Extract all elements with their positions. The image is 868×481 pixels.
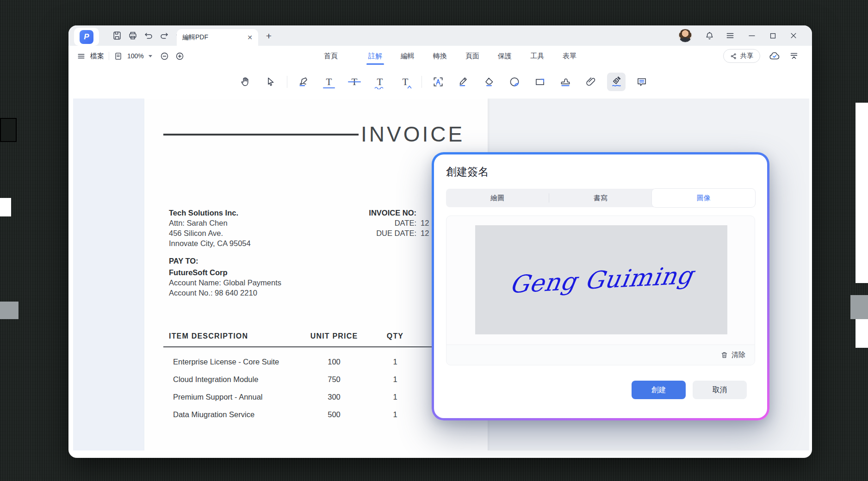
divider [287,76,287,88]
bill-to-street: 456 Silicon Ave. [169,228,251,238]
desktop-artifact [856,319,868,348]
desktop-artifact [0,302,19,319]
divider [422,76,422,88]
hand-tool-icon[interactable] [236,73,254,91]
menu-icon[interactable] [723,29,737,43]
undo-icon[interactable] [143,30,155,42]
clear-button[interactable]: 清除 [720,351,745,359]
comment-note-icon[interactable] [632,73,651,91]
clear-row: 清除 [446,345,755,365]
ribbon-tabs: 首頁 註解 編輯 轉換 頁面 保護 工具 表單 [324,46,577,66]
item-qty: 1 [372,375,418,384]
tab-image[interactable]: 圖像 [652,189,755,207]
select-cursor-icon[interactable] [261,73,280,91]
new-tab-icon[interactable]: + [262,29,276,43]
avatar[interactable] [678,29,692,43]
share-button[interactable]: 共享 [723,49,760,63]
invoice-title: INVOICE [361,122,465,147]
titlebar: P 編輯PDF ✕ + [68,25,812,46]
area-text-icon[interactable] [429,73,447,91]
redo-icon[interactable] [158,30,170,42]
divider [109,52,109,60]
bill-to-company: Tech Solutions Inc. [169,208,251,218]
attachment-icon[interactable] [582,73,600,91]
create-button[interactable]: 創建 [632,381,686,399]
desktop-artifact [0,198,11,216]
pencil-draw-icon[interactable] [454,73,473,91]
item-price: 100 [297,358,371,366]
app-window: P 編輯PDF ✕ + [68,25,812,458]
desktop-artifact [0,118,17,142]
stamp-icon[interactable] [556,73,575,91]
bill-to-attn: Attn: Sarah Chen [169,218,251,228]
page-thumbnail-icon[interactable] [114,52,123,61]
dialog-title: 創建簽名 [446,165,489,179]
item-price: 750 [297,375,371,384]
cloud-synced-icon[interactable] [769,50,781,62]
minimize-icon[interactable] [745,29,759,43]
file-menu[interactable]: 檔案 [90,52,104,61]
item-name: Data Miugration Service [173,410,254,419]
tab-annotate[interactable]: 註解 [368,52,382,61]
bill-to-block: Tech Solutions Inc. Attn: Sarah Chen 456… [169,208,251,248]
text-squiggly-icon[interactable]: T [371,73,389,91]
tab-edit[interactable]: 編輯 [401,52,415,61]
col-item-description: ITEM DESCRIPTION [169,332,248,340]
highlighter-icon[interactable] [294,73,313,91]
signature-icon[interactable] [607,73,626,91]
invoice-meta-block: INVOICE NO: DATE:12 DUE DATE:12 [347,208,429,238]
pay-to-company: FutureSoft Corp [169,267,281,278]
pay-to-heading: PAY TO: [169,256,281,266]
canvas-left-gutter [73,99,144,450]
invoice-title-rule [163,134,359,136]
col-qty: QTY [372,332,418,340]
date-value: 12 [421,218,429,228]
app-tile[interactable]: P [74,28,99,46]
item-qty: 1 [372,393,418,401]
bell-icon[interactable] [702,29,716,43]
tab-protect[interactable]: 保護 [498,52,512,61]
tab-forms[interactable]: 表單 [563,52,577,61]
document-tab[interactable]: 編輯PDF ✕ [177,29,258,46]
signature-panel: Geng Guiming 清除 [446,216,755,365]
text-strikethrough-icon[interactable]: T [345,73,364,91]
item-name: Cloud Integration Module [173,375,258,384]
zoom-in-icon[interactable] [175,51,185,61]
bill-to-city: Innovate City, CA 95054 [169,238,251,248]
tab-close-icon[interactable]: ✕ [247,34,253,41]
item-price: 500 [297,410,371,419]
tab-convert[interactable]: 轉換 [433,52,447,61]
signature-preview[interactable]: Geng Guiming [475,225,727,334]
desktop-artifact [850,295,868,319]
tab-tools[interactable]: 工具 [530,52,544,61]
tab-page[interactable]: 頁面 [465,52,479,61]
annotation-toolbar: T T T T [68,66,812,99]
ellipse-shape-icon[interactable] [505,73,524,91]
file-menu-icon[interactable] [77,52,86,61]
cancel-button[interactable]: 取消 [693,381,747,399]
maximize-icon[interactable] [766,29,780,43]
signature-image: Geng Guiming [508,261,695,298]
close-icon[interactable] [787,29,800,43]
collapse-toolbar-icon[interactable] [789,51,799,61]
desktop-artifact [856,103,868,283]
zoom-caret-icon[interactable] [149,55,152,57]
rectangle-shape-icon[interactable] [531,73,549,91]
print-icon[interactable] [127,30,139,42]
tab-write[interactable]: 書寫 [549,189,652,207]
item-qty: 1 [372,410,418,419]
item-name: Enterprise License - Core Suite [173,358,279,366]
create-signature-dialog: 創建簽名 繪圖 書寫 圖像 Geng Guiming 清除 創建 取消 [432,152,769,420]
eraser-icon[interactable] [480,73,498,91]
text-underline-icon[interactable]: T [320,73,338,91]
pay-to-account-name: Account Name: Global Payments [169,278,281,288]
text-insert-caret-icon[interactable]: T [396,73,415,91]
menu-row: 檔案 100% 首頁 註解 編輯 轉換 頁面 保護 工具 表單 [68,46,812,66]
save-icon[interactable] [111,30,123,42]
zoom-level[interactable]: 100% [127,52,144,60]
zoom-out-icon[interactable] [160,51,169,61]
invoice-no-label: INVOICE NO: [347,208,416,218]
signature-mode-tabs: 繪圖 書寫 圖像 [446,189,755,207]
tab-home[interactable]: 首頁 [324,52,338,61]
tab-draw[interactable]: 繪圖 [446,189,549,207]
